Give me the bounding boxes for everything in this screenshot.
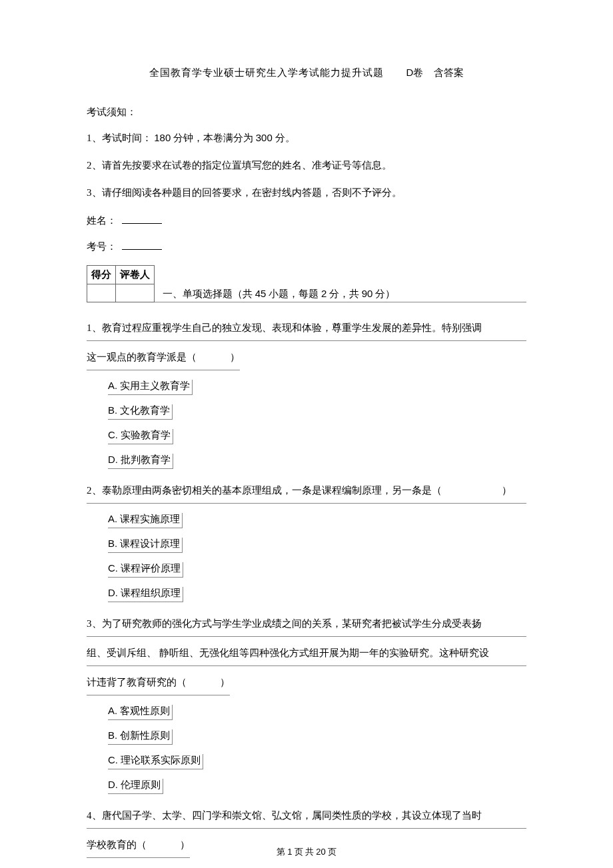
option-letter: D. (108, 454, 118, 465)
option-a[interactable]: A. 实用主义教育学 (108, 380, 193, 395)
option-c[interactable]: C. 理论联系实际原则 (108, 754, 203, 769)
question-2: 2、泰勒原理由两条密切相关的基本原理组成，一条是课程编制原理，另一条是（） A.… (87, 478, 526, 602)
option-row: C. 课程评价原理 (108, 562, 526, 578)
option-b[interactable]: B. 课程设计原理 (108, 538, 183, 553)
option-row: A. 实用主义教育学 (108, 380, 526, 395)
option-text: 课程设计原理 (120, 538, 180, 549)
section-count: 45 (255, 288, 267, 299)
option-d[interactable]: D. 课程组织原理 (108, 587, 183, 602)
instr-text: 分钟，本卷满分为 (173, 133, 253, 143)
option-b[interactable]: B. 文化教育学 (108, 404, 173, 420)
question-number: 4、 (87, 810, 102, 821)
id-field-row: 考号： (87, 239, 526, 253)
page: 全国教育学专业硕士研究生入学考试能力提升试题 D卷 含答案 考试须知： 1、考试… (0, 0, 613, 868)
option-letter: C. (108, 429, 118, 440)
question-number: 3、 (87, 618, 102, 629)
section-title: 一、单项选择题（共 45 小题，每题 2 分，共 90 分） (163, 288, 395, 300)
footer-current-page: 1 (287, 847, 292, 857)
option-letter: B. (108, 404, 117, 416)
footer-suf: 页 (328, 847, 336, 857)
option-text: 课程评价原理 (121, 563, 181, 574)
option-d[interactable]: D. 伦理原则 (108, 779, 163, 794)
score-table: 得分 评卷人 (87, 265, 155, 302)
exam-duration: 180 (154, 132, 171, 143)
section-text: 分，共 (329, 288, 359, 299)
option-row: C. 实验教育学 (108, 429, 526, 444)
question-text: 这一观点的教育学派是（ (87, 352, 197, 362)
question-number: 2、 (87, 485, 102, 496)
exam-total-score: 300 (256, 132, 273, 143)
section-per: 2 (321, 288, 326, 299)
question-1: 1、教育过程应重视学生自己的独立发现、表现和体验，尊重学生发展的差异性。特别强调… (87, 316, 526, 469)
option-letter: D. (108, 779, 118, 790)
name-input-line[interactable] (122, 213, 162, 224)
option-text: 客观性原则 (120, 705, 170, 716)
option-letter: C. (108, 562, 118, 574)
page-footer: 第 1 页 共 20 页 (0, 846, 613, 858)
option-row: A. 课程实施原理 (108, 513, 526, 528)
instruction-item-2: 2、请首先按要求在试卷的指定位置填写您的姓名、准考证号等信息。 (87, 159, 526, 173)
option-text: 伦理原则 (121, 779, 161, 790)
instr-num: 3、 (87, 187, 102, 198)
section-suffix: 分） (375, 288, 395, 299)
option-row: D. 课程组织原理 (108, 587, 526, 602)
option-letter: A. (108, 705, 117, 716)
instructions-heading: 考试须知： (87, 106, 526, 119)
question-text: 泰勒原理由两条密切相关的基本原理组成，一条是课程编制原理，另一条是（ (102, 485, 442, 496)
name-label: 姓名： (87, 215, 117, 226)
question-text: 为了研究教师的强化方式与学生学业成绩之间的关系，某研究者把被试学生分成受表扬 (102, 618, 482, 629)
option-c[interactable]: C. 课程评价原理 (108, 562, 183, 578)
id-input-line[interactable] (122, 239, 162, 250)
score-cell[interactable] (87, 284, 116, 302)
option-text: 批判教育学 (121, 454, 171, 465)
section-total: 90 (362, 288, 373, 299)
question-stem-line: 这一观点的教育学派是（） (87, 345, 240, 370)
question-text: 唐代国子学、太学、四门学和崇文馆、弘文馆，属同类性质的学校，其设立体现了当时 (102, 810, 482, 821)
question-text: 计违背了教育研究的（ (87, 677, 187, 687)
option-a[interactable]: A. 课程实施原理 (108, 513, 183, 528)
section-text: 小题，每题 (269, 288, 318, 299)
option-row: A. 客观性原则 (108, 705, 526, 720)
instr-text: 分。 (275, 133, 295, 143)
question-stem-line: 2、泰勒原理由两条密切相关的基本原理组成，一条是课程编制原理，另一条是（） (87, 478, 526, 504)
question-stem-line: 1、教育过程应重视学生自己的独立发现、表现和体验，尊重学生发展的差异性。特别强调 (87, 316, 526, 341)
instruction-item-3: 3、请仔细阅读各种题目的回答要求，在密封线内答题，否则不予评分。 (87, 186, 526, 200)
instr-num: 1、 (87, 133, 102, 143)
option-text: 理论联系实际原则 (121, 755, 201, 765)
section-prefix: 一、单项选择题（共 (163, 288, 253, 299)
option-letter: B. (108, 538, 117, 549)
instr-text: 考试时间： (102, 133, 152, 143)
option-row: B. 创新性原则 (108, 729, 526, 745)
name-field-row: 姓名： (87, 213, 526, 227)
question-text: 教育过程应重视学生自己的独立发现、表现和体验，尊重学生发展的差异性。特别强调 (102, 322, 482, 333)
option-d[interactable]: D. 批判教育学 (108, 454, 173, 469)
option-letter: A. (108, 513, 117, 524)
instr-text: 请首先按要求在试卷的指定位置填写您的姓名、准考证号等信息。 (102, 160, 392, 171)
option-b[interactable]: B. 创新性原则 (108, 729, 173, 745)
option-row: B. 课程设计原理 (108, 538, 526, 553)
option-row: B. 文化教育学 (108, 404, 526, 420)
footer-pre: 第 (277, 847, 285, 857)
answer-note: 含答案 (434, 67, 464, 79)
option-letter: A. (108, 380, 117, 391)
id-label: 考号： (87, 241, 117, 252)
score-label: 得分 (87, 266, 116, 284)
grader-label: 评卷人 (116, 266, 155, 284)
option-letter: C. (108, 754, 118, 765)
section-title-wrap: 一、单项选择题（共 45 小题，每题 2 分，共 90 分） (155, 288, 526, 302)
option-text: 课程组织原理 (121, 588, 181, 598)
option-text: 实验教育学 (121, 430, 171, 440)
question-number: 1、 (87, 322, 102, 333)
grader-cell[interactable] (116, 284, 155, 302)
option-row: C. 理论联系实际原则 (108, 754, 526, 769)
document-title: 全国教育学专业硕士研究生入学考试能力提升试题 D卷 含答案 (87, 67, 526, 79)
option-a[interactable]: A. 客观性原则 (108, 705, 173, 720)
paper-variant: D卷 (406, 67, 424, 79)
option-text: 创新性原则 (120, 730, 170, 741)
instr-text: 请仔细阅读各种题目的回答要求，在密封线内答题，否则不予评分。 (102, 187, 402, 198)
section-header-row: 得分 评卷人 一、单项选择题（共 45 小题，每题 2 分，共 90 分） (87, 265, 526, 302)
option-text: 课程实施原理 (120, 514, 180, 524)
question-stem-line: 3、为了研究教师的强化方式与学生学业成绩之间的关系，某研究者把被试学生分成受表扬 (87, 612, 526, 637)
option-c[interactable]: C. 实验教育学 (108, 429, 173, 444)
instr-num: 2、 (87, 160, 102, 171)
